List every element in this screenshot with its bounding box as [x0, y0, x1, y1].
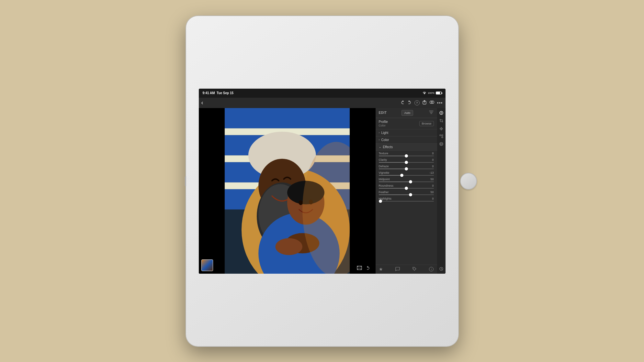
profile-sub-label: Color	[379, 124, 388, 127]
svg-point-22	[299, 200, 303, 205]
more-icon[interactable]: •••	[437, 100, 443, 105]
sidebar-edit-icon[interactable]	[438, 109, 445, 116]
bottom-bar-icons	[357, 266, 370, 271]
light-section-header[interactable]: › Light	[376, 129, 437, 137]
clarity-slider-row: Clarity 0	[376, 157, 437, 164]
status-indicators: 100%	[423, 91, 441, 95]
profile-section: Profile Color Browse	[376, 118, 437, 129]
main-content: EDIT Auto Profile Color	[199, 108, 446, 274]
vignette-value: -13	[429, 171, 434, 174]
svg-point-41	[442, 137, 443, 138]
svg-point-40	[440, 135, 441, 136]
texture-label: Texture	[379, 152, 389, 155]
share-icon[interactable]	[422, 100, 427, 105]
help-icon[interactable]: ?	[414, 100, 420, 105]
feather-track[interactable]	[379, 194, 434, 195]
svg-rect-34	[361, 269, 361, 270]
highlights-slider-row: Highlights 0	[376, 196, 437, 203]
svg-rect-7	[224, 108, 350, 128]
bottom-undo-icon[interactable]	[366, 266, 370, 271]
top-toolbar: ‹ ? •••	[199, 98, 446, 108]
right-edit-panel: EDIT Auto Profile Color	[376, 108, 437, 274]
right-icon-sidebar	[437, 108, 446, 274]
filmstrip	[201, 259, 213, 271]
back-button[interactable]: ‹	[201, 99, 203, 106]
color-title: Color	[381, 138, 389, 142]
photo-area	[199, 108, 376, 274]
panel-bottom-icons: ★ i	[376, 265, 437, 274]
dehaze-track[interactable]	[379, 169, 434, 169]
toolbar-left: ‹	[201, 99, 203, 106]
edit-header: EDIT Auto	[376, 108, 437, 118]
toolbar-right: ? •••	[400, 100, 443, 105]
favorite-icon[interactable]: ★	[379, 267, 383, 272]
texture-slider-row: Texture 0	[376, 151, 437, 157]
info-icon[interactable]: i	[429, 267, 434, 271]
midpoint-slider-row: Midpoint 50	[376, 177, 437, 183]
svg-point-42	[442, 135, 443, 136]
mask-icon[interactable]	[429, 100, 435, 105]
clarity-value: 0	[432, 158, 434, 161]
status-bar: 9:41 AM Tue Sep 15 100%	[199, 89, 446, 98]
sidebar-history-icon[interactable]	[438, 265, 445, 272]
ipad-screen: 9:41 AM Tue Sep 15 100% ‹	[199, 89, 446, 274]
vignette-slider-row: Vignette -13	[376, 170, 437, 177]
svg-rect-33	[357, 269, 358, 270]
photo-image	[199, 108, 376, 274]
sidebar-selective-icon[interactable]	[438, 140, 445, 148]
light-title: Light	[381, 131, 389, 135]
highlights-value: 0	[432, 197, 434, 200]
svg-point-25	[275, 238, 302, 255]
dehaze-label: Dehaze	[379, 165, 389, 168]
ipad-device: 9:41 AM Tue Sep 15 100% ‹	[186, 16, 458, 346]
color-section-header[interactable]: › Color	[376, 137, 437, 144]
dehaze-slider-row: Dehaze 0	[376, 164, 437, 170]
sidebar-crop-icon[interactable]	[438, 117, 445, 124]
panel-filter-icon[interactable]	[429, 110, 434, 115]
sidebar-heal-icon[interactable]	[438, 125, 445, 132]
undo-icon[interactable]	[407, 100, 412, 105]
midpoint-track[interactable]	[379, 181, 434, 182]
roundness-value: 0	[432, 184, 434, 187]
sliders-container: Texture 0 Clarity	[376, 151, 437, 203]
profile-row: Profile Color Browse	[379, 120, 434, 127]
home-button[interactable]	[460, 173, 477, 190]
comment-icon[interactable]	[395, 267, 400, 272]
highlights-track[interactable]	[379, 201, 434, 202]
svg-rect-5	[350, 108, 376, 274]
redo-icon[interactable]	[400, 100, 405, 105]
tag-icon[interactable]	[412, 267, 417, 272]
effects-section-header[interactable]: ⌄ Effects	[376, 144, 437, 151]
midpoint-value: 50	[430, 178, 434, 181]
clarity-label: Clarity	[379, 158, 387, 161]
effects-title: Effects	[383, 145, 393, 149]
midpoint-label: Midpoint	[379, 178, 390, 181]
effects-arrow: ⌄	[379, 145, 381, 148]
clarity-track[interactable]	[379, 162, 434, 163]
roundness-label: Roundness	[379, 184, 394, 187]
auto-button[interactable]: Auto	[401, 110, 413, 116]
roundness-track[interactable]	[379, 188, 434, 189]
filmstrip-thumbnail[interactable]	[201, 259, 213, 271]
battery-icon	[436, 92, 442, 94]
browse-button[interactable]: Browse	[419, 121, 434, 126]
panel-content: Profile Color Browse › Light ›	[376, 118, 437, 265]
feather-label: Feather	[379, 191, 389, 194]
profile-info: Profile Color	[379, 120, 388, 127]
profile-label: Profile	[379, 120, 388, 124]
svg-point-43	[440, 142, 443, 146]
filmstrip-icon[interactable]	[357, 266, 362, 271]
feather-value: 50	[430, 191, 434, 194]
svg-rect-31	[357, 266, 358, 267]
svg-point-2	[431, 101, 434, 104]
vignette-track[interactable]	[379, 175, 434, 176]
feather-slider-row: Feather 50	[376, 190, 437, 196]
texture-track[interactable]	[379, 156, 434, 156]
battery-pct: 100%	[428, 92, 434, 94]
svg-rect-32	[361, 266, 361, 267]
svg-point-38	[413, 268, 414, 269]
wifi-icon	[423, 91, 426, 95]
sidebar-presets-icon[interactable]	[438, 133, 445, 140]
color-arrow: ›	[379, 138, 380, 141]
edit-label: EDIT	[379, 111, 387, 115]
